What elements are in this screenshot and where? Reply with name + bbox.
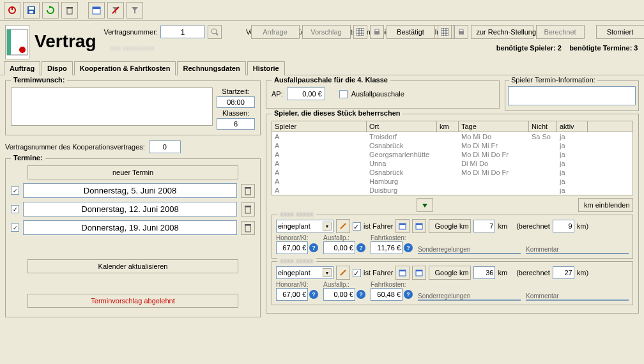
- th-aktiv[interactable]: aktiv: [557, 121, 588, 132]
- calendar-small-icon[interactable]: [395, 219, 410, 233]
- ist-fahrer-checkbox[interactable]: ✓: [353, 269, 361, 277]
- klassen-value[interactable]: 6: [217, 118, 255, 130]
- table-row[interactable]: A Duisburg ja: [272, 186, 632, 195]
- svg-rect-31: [459, 29, 463, 31]
- google-km-value[interactable]: [473, 266, 495, 279]
- kommentar-input[interactable]: [526, 253, 629, 254]
- date-field[interactable]: Donnerstag, 12. Juni 2008: [23, 202, 237, 216]
- storniert-button[interactable]: Storniert: [596, 25, 645, 39]
- fahrtkosten-value[interactable]: [371, 288, 402, 301]
- th-spieler[interactable]: Spieler: [272, 121, 367, 132]
- table-row[interactable]: A Unna Di Mi Do ja: [272, 159, 632, 168]
- filter-icon[interactable]: [126, 2, 143, 19]
- sonderregelungen-label: Sonderregelungen: [418, 292, 521, 300]
- tab-historie[interactable]: Historie: [247, 61, 285, 75]
- kommentar-input[interactable]: [526, 300, 629, 301]
- fahrtkosten-value[interactable]: [371, 241, 402, 254]
- table-row[interactable]: A Troisdorf Mo Mi Do Sa So ja: [272, 132, 632, 141]
- help-icon[interactable]: ?: [356, 243, 365, 252]
- svg-marker-12: [132, 7, 138, 13]
- status-select[interactable]: eingeplant▾: [276, 266, 334, 279]
- tab-dispo[interactable]: Dispo: [42, 61, 73, 75]
- th-tage[interactable]: Tage: [459, 121, 529, 132]
- table-row[interactable]: A Georgsmarienhütte Mo Di Mi Do Fr ja: [272, 150, 632, 159]
- th-nicht[interactable]: Nicht: [529, 121, 557, 132]
- calendar-small-icon[interactable]: [395, 266, 410, 280]
- koop-value[interactable]: [149, 140, 181, 153]
- edit-icon[interactable]: [336, 266, 350, 280]
- google-km-button[interactable]: Google km: [429, 266, 471, 280]
- honorar-value[interactable]: [276, 241, 308, 254]
- delete-date-icon[interactable]: [241, 184, 255, 198]
- arrow-down-button[interactable]: [417, 198, 433, 212]
- neuer-termin-button[interactable]: neuer Termin: [27, 165, 238, 179]
- trash-icon[interactable]: [61, 2, 78, 19]
- svg-point-15: [19, 47, 26, 53]
- vorschlag-button[interactable]: Vorschlag: [302, 25, 351, 39]
- calendar-small-icon-2[interactable]: [412, 219, 426, 233]
- grid-icon[interactable]: [353, 25, 367, 39]
- google-km-button[interactable]: Google km: [429, 219, 471, 233]
- table-row[interactable]: A Osnabrück Mo Di Mi Do Fr ja: [272, 168, 632, 177]
- delete-date-icon[interactable]: [241, 202, 255, 216]
- edit-icon[interactable]: [336, 219, 350, 233]
- date-checkbox[interactable]: ✓: [11, 205, 19, 213]
- zur-rechn-stellung-button[interactable]: zur Rechn-Stellung: [471, 25, 533, 39]
- calendar-small-icon-2[interactable]: [412, 266, 426, 280]
- search-icon[interactable]: [208, 25, 222, 39]
- delete-date-icon[interactable]: [241, 221, 255, 235]
- help-icon[interactable]: ?: [404, 290, 413, 299]
- filter-off-icon[interactable]: [107, 2, 124, 19]
- sonderregelungen-input[interactable]: [418, 253, 521, 254]
- svg-rect-43: [416, 224, 422, 225]
- anfrage-button[interactable]: Anfrage: [251, 25, 300, 39]
- print-icon-2[interactable]: [454, 25, 468, 39]
- svg-rect-7: [66, 7, 73, 8]
- date-field[interactable]: Donnerstag, 5. Juni 2008: [23, 183, 237, 198]
- terminvorschlag-abgelehnt-button[interactable]: Terminvorschlag abgelehnt: [27, 294, 238, 308]
- power-icon[interactable]: [4, 2, 20, 19]
- koop-label: Vertragsnummer des Kooperationsvertrages…: [5, 143, 145, 151]
- date-field[interactable]: Donnerstag, 19. Juni 2008: [23, 220, 237, 235]
- spieler-termin-info-text[interactable]: [508, 86, 636, 105]
- tab-auftrag[interactable]: Auftrag: [4, 61, 40, 75]
- kommentar-label: Kommentar: [526, 292, 629, 300]
- help-icon[interactable]: ?: [356, 290, 365, 299]
- table-row[interactable]: A Hamburg ja: [272, 177, 632, 186]
- print-icon[interactable]: [370, 25, 384, 39]
- klassen-label: Klassen:: [217, 109, 255, 117]
- th-ort[interactable]: Ort: [367, 121, 437, 132]
- honorar-value[interactable]: [276, 288, 308, 301]
- berechnet-value[interactable]: [553, 220, 574, 232]
- help-icon[interactable]: ?: [309, 290, 318, 299]
- help-icon[interactable]: ?: [404, 243, 413, 252]
- ausfallp-label: Ausfallp.:: [323, 281, 365, 288]
- save-icon[interactable]: [23, 2, 40, 19]
- bestaetigt-button[interactable]: Bestätigt: [387, 25, 435, 39]
- ausfallp-value[interactable]: [323, 241, 355, 254]
- terminwunsch-text[interactable]: [11, 87, 213, 126]
- date-checkbox[interactable]: ✓: [11, 224, 19, 232]
- km-einblenden-button[interactable]: km einblenden: [578, 198, 633, 212]
- ist-fahrer-checkbox[interactable]: ✓: [353, 222, 361, 231]
- tab-kooperation[interactable]: Kooperation & Fahrtkosten: [74, 61, 176, 75]
- grid-icon-2[interactable]: [438, 25, 452, 39]
- vertragsnummer-input[interactable]: [160, 26, 205, 38]
- th-km[interactable]: km: [437, 121, 459, 132]
- google-km-value[interactable]: [473, 220, 495, 232]
- date-checkbox[interactable]: ✓: [11, 186, 19, 195]
- tab-rechnungsdaten[interactable]: Rechnungsdaten: [177, 61, 245, 75]
- ausfallp-value[interactable]: [323, 288, 355, 301]
- help-icon[interactable]: ?: [309, 243, 318, 252]
- berechnet-button[interactable]: Berechnet: [536, 25, 585, 39]
- ap-checkbox[interactable]: [339, 90, 348, 98]
- table-row[interactable]: A Osnabrück Mo Di Mi Fr ja: [272, 141, 632, 150]
- kalender-aktualisieren-button[interactable]: Kalender aktualisieren: [27, 259, 238, 273]
- sonderregelungen-input[interactable]: [418, 300, 521, 301]
- startzeit-value[interactable]: 08:00: [217, 96, 255, 108]
- refresh-icon[interactable]: [42, 2, 59, 19]
- status-select[interactable]: eingeplant▾: [276, 220, 334, 232]
- calendar-icon[interactable]: [88, 2, 105, 19]
- berechnet-value[interactable]: [553, 266, 574, 279]
- ap-value[interactable]: [287, 87, 325, 100]
